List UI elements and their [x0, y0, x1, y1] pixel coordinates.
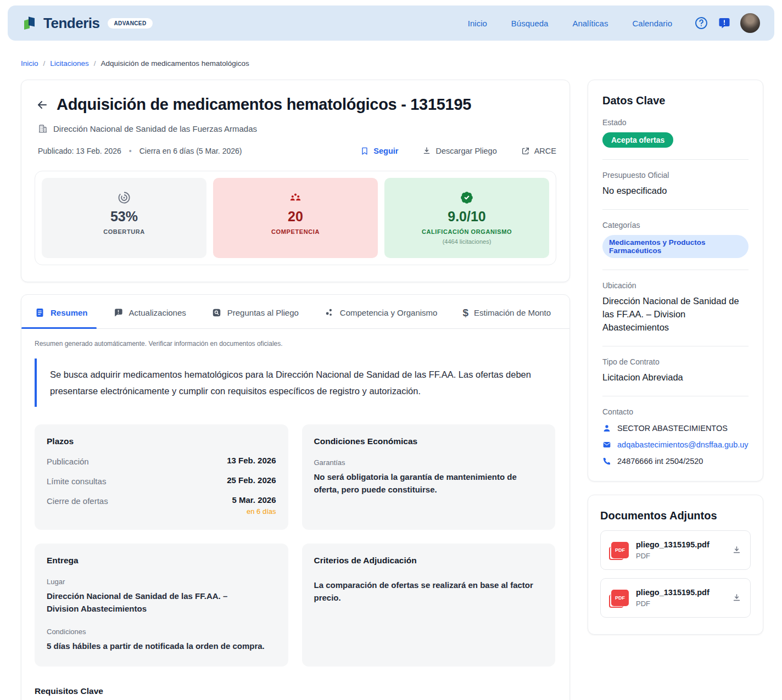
main-nav: Inicio Búsqueda Analíticas Calendario: [468, 19, 672, 28]
coverage-label: COBERTURA: [47, 228, 201, 235]
document-download-button[interactable]: [732, 593, 741, 602]
breadcrumb-inicio[interactable]: Inicio: [21, 59, 38, 68]
pdf-icon: PDF: [611, 590, 629, 606]
entrega-card: Entrega Lugar Dirección Nacional de Sani…: [35, 544, 288, 667]
arce-external-button[interactable]: ARCE: [521, 147, 556, 155]
tender-detail-card: Resumen Actualizaciones: [21, 294, 570, 700]
category-chip[interactable]: Medicamentos y Productos Farmacéuticos: [602, 235, 749, 258]
stat-competition: 20 COMPETENCIA: [213, 178, 378, 258]
summary-quote: Se busca adquirir medicamentos hematológ…: [35, 359, 556, 407]
tab-estimacion[interactable]: $ Estimación de Monto: [462, 295, 551, 328]
ubicacion-value: Dirección Nacional de Sanidad de las FF.…: [602, 295, 749, 334]
document-type: PDF: [636, 552, 710, 560]
external-link-icon: [521, 147, 530, 155]
tab-preguntas[interactable]: Preguntas al Pliego: [211, 295, 299, 328]
page-title: Adquisición de medicamentos hematológico…: [57, 96, 471, 114]
tab-actualizaciones[interactable]: Actualizaciones: [113, 295, 186, 328]
rating-sub: (4464 licitaciones): [390, 238, 544, 245]
divider: [602, 159, 749, 160]
contact-name: SECTOR ABASTECIMIENTOS: [617, 424, 728, 433]
breadcrumb-current: Adquisición de medicamentos hematológico…: [101, 59, 249, 68]
help-icon[interactable]: [694, 16, 708, 30]
plan-badge: ADVANCED: [108, 18, 152, 29]
plazos-card: Plazos Publicación 13 Feb. 2026 Límite c…: [35, 424, 288, 530]
documentos-adjuntos-card: Documentos Adjuntos PDF pliego_1315195.p…: [588, 495, 763, 635]
nav-item-calendario[interactable]: Calendario: [632, 19, 672, 28]
alert-bubble-icon: [113, 307, 124, 318]
plazos-row-publicacion: Publicación 13 Feb. 2026: [47, 456, 276, 466]
plazos-row-limite: Límite consultas 25 Feb. 2026: [47, 475, 276, 486]
plazos-title: Plazos: [47, 436, 276, 446]
top-navigation-bar: Tenderis ADVANCED Inicio Búsqueda Analít…: [8, 5, 774, 41]
nav-item-inicio[interactable]: Inicio: [468, 19, 487, 28]
divider: [602, 346, 749, 346]
published-date: Publicado: 13 Feb. 2026: [38, 147, 121, 155]
user-avatar[interactable]: [740, 13, 760, 33]
criterios-card: Criterios de Adjudicación La comparación…: [302, 544, 556, 667]
breadcrumb-separator: /: [43, 59, 46, 68]
tenderis-logo-icon: [22, 15, 38, 31]
divider: [602, 209, 749, 210]
plazos-row-cierre: Cierre de ofertas 5 Mar. 2026 en 6 días: [47, 495, 276, 516]
feedback-icon[interactable]: [718, 16, 731, 30]
brand-name: Tenderis: [43, 15, 99, 32]
contact-email-link[interactable]: adqabastecimientos@dnsffaa.gub.uy: [617, 440, 749, 449]
stats-box: 53% COBERTURA 20 COMPETENCIA: [35, 171, 556, 265]
nav-item-busqueda[interactable]: Búsqueda: [511, 19, 549, 28]
tab-competencia[interactable]: Competencia y Organismo: [324, 295, 438, 328]
users-icon: [219, 191, 372, 205]
person-icon: [602, 424, 611, 433]
download-pliego-button[interactable]: Descargar Pliego: [422, 147, 496, 155]
document-download-button[interactable]: [732, 545, 741, 555]
meta-dot: •: [129, 147, 132, 155]
breadcrumb: Inicio / Licitaciones / Adquisición de m…: [21, 59, 782, 68]
contact-phone: 24876666 int 2504/2520: [617, 457, 703, 466]
stat-rating: 9.0/10 CALIFICACIÓN ORGANISMO (4464 lici…: [384, 178, 549, 258]
status-badge: Acepta ofertas: [602, 132, 673, 148]
divider: [602, 270, 749, 270]
presupuesto-value: No especificado: [602, 184, 749, 198]
brand[interactable]: Tenderis ADVANCED: [22, 15, 153, 32]
datos-clave-title: Datos Clave: [602, 94, 749, 107]
badge-check-icon: [390, 191, 544, 205]
condiciones-card: Condiciones Económicas Garantías No será…: [302, 424, 556, 530]
follow-button[interactable]: Seguir: [360, 147, 398, 155]
download-icon: [422, 147, 431, 155]
back-button[interactable]: [35, 97, 50, 113]
tab-bar: Resumen Actualizaciones: [21, 295, 569, 329]
top-icons: [694, 13, 760, 33]
document-type: PDF: [636, 600, 710, 608]
target-icon: [47, 191, 201, 205]
deadline-countdown: en 6 días: [232, 507, 276, 516]
contact-name-row: SECTOR ABASTECIMIENTOS: [602, 424, 749, 433]
document-icon: [35, 307, 45, 318]
datos-clave-card: Datos Clave Estado Acepta ofertas Presup…: [588, 80, 763, 481]
auto-summary-disclaimer: Resumen generado automáticamente. Verifi…: [35, 340, 556, 348]
organization-name: Dirección Nacional de Sanidad de las Fue…: [53, 124, 257, 133]
mail-icon: [602, 440, 611, 449]
document-name: pliego_1315195.pdf: [636, 540, 710, 549]
bookmark-icon: [360, 147, 369, 155]
rating-value: 9.0/10: [390, 209, 544, 225]
search-document-icon: [211, 307, 222, 318]
documentos-title: Documentos Adjuntos: [600, 509, 751, 522]
rating-label: CALIFICACIÓN ORGANISMO: [390, 228, 544, 235]
requisitos-heading: Requisitos Clave: [35, 686, 556, 696]
stat-coverage: 53% COBERTURA: [42, 178, 206, 258]
building-icon: [38, 124, 48, 133]
contact-email-row: adqabastecimientos@dnsffaa.gub.uy: [602, 440, 749, 449]
document-item[interactable]: PDF pliego_1315195.pdf PDF: [600, 530, 751, 570]
phone-icon: [602, 457, 611, 466]
coverage-value: 53%: [47, 209, 201, 225]
document-item[interactable]: PDF pliego_1315195.pdf PDF: [600, 578, 751, 618]
download-icon: [732, 545, 741, 555]
tab-resumen[interactable]: Resumen: [35, 295, 88, 328]
document-name: pliego_1315195.pdf: [636, 588, 710, 597]
contact-phone-row: 24876666 int 2504/2520: [602, 457, 749, 466]
nav-item-analiticas[interactable]: Analíticas: [572, 19, 608, 28]
closing-date: Cierra en 6 días (5 Mar. 2026): [139, 147, 242, 155]
tipo-contrato-value: Licitacion Abreviada: [602, 371, 749, 384]
competition-value: 20: [219, 209, 372, 225]
breadcrumb-licitaciones[interactable]: Licitaciones: [50, 59, 89, 68]
dots-cluster-icon: [324, 307, 334, 318]
